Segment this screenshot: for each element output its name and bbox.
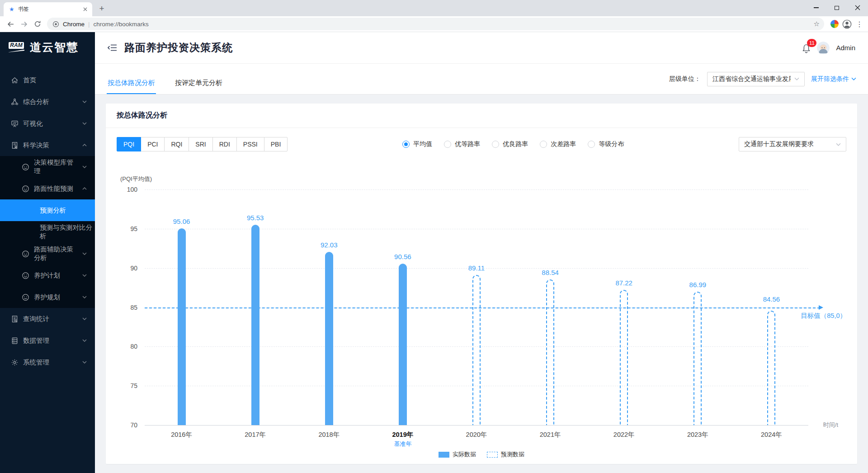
brand: RAM 道云智慧 <box>0 32 95 62</box>
metric-button-pci[interactable]: PCI <box>141 137 165 151</box>
sidebar-item-home[interactable]: 首页 <box>0 69 95 91</box>
presentation-icon <box>11 120 19 128</box>
y-tick-label: 95 <box>130 225 137 232</box>
stat-radio-2[interactable]: 优良路率 <box>492 140 528 148</box>
database-icon <box>11 337 19 345</box>
menu-fold-icon[interactable] <box>108 43 117 52</box>
stat-radio-4[interactable]: 等级分布 <box>588 140 624 148</box>
sidebar-item-scientific-decision[interactable]: 科学决策 <box>0 134 95 156</box>
stat-radio-3[interactable]: 次差路率 <box>540 140 576 148</box>
bookmark-this-star-icon[interactable]: ☆ <box>814 20 820 28</box>
sidebar-item-label: 查询统计 <box>23 315 49 323</box>
bar-2024年[interactable] <box>767 311 775 425</box>
radio-circle-icon <box>540 141 547 148</box>
sidebar-item-query-statistics[interactable]: 查询统计 <box>0 308 95 330</box>
address-bar[interactable]: Chrome | chrome://bookmarks ☆ <box>47 18 824 30</box>
sidebar-item-maintenance-plan[interactable]: 养护计划 <box>0 265 95 286</box>
app-frame: RAM 道云智慧 首页综合分析可视化科学决策决策模型库管理路面性能预测预测分析预… <box>0 32 868 473</box>
new-tab-button[interactable]: + <box>95 2 108 15</box>
x-axis-unit-label: 时间/t <box>823 421 838 429</box>
bar-2020年[interactable] <box>472 275 481 425</box>
brand-logo: RAM <box>7 42 25 52</box>
bar-2018年[interactable] <box>325 252 333 425</box>
sidebar-item-label: 路面辅助决策分析 <box>34 245 78 262</box>
audit-icon <box>11 142 19 149</box>
chevron-down-icon <box>82 361 87 364</box>
bar-2017年[interactable] <box>251 225 259 425</box>
back-icon[interactable] <box>4 18 17 30</box>
browser-profile-icon[interactable] <box>842 19 852 29</box>
metric-button-pssi[interactable]: PSSI <box>236 137 264 151</box>
sidebar-item-prediction-analysis[interactable]: 预测分析 <box>0 199 95 221</box>
brand-badge-text: RAM <box>9 42 24 49</box>
bar-2021年[interactable] <box>546 279 554 425</box>
expand-filters-link[interactable]: 展开筛选条件 <box>811 75 856 83</box>
chevron-down-icon <box>794 77 799 80</box>
avatar[interactable] <box>817 42 830 54</box>
x-axis-label: 2020年 <box>466 430 487 439</box>
standard-select[interactable]: 交通部十五发展纲要要求 <box>739 137 846 151</box>
metric-button-sri[interactable]: SRI <box>189 137 212 151</box>
window-minimize-button[interactable] <box>806 0 826 15</box>
metric-button-pbi[interactable]: PBI <box>264 137 288 151</box>
extension-pinwheel-icon[interactable] <box>830 20 839 28</box>
bar-value-label: 95.53 <box>247 214 264 222</box>
unit-select[interactable]: 江西省综合交通运输事业发展中心 <box>707 72 805 86</box>
target-line <box>145 307 820 308</box>
sidebar-item-visualization[interactable]: 可视化 <box>0 113 95 134</box>
expand-filters-label: 展开筛选条件 <box>811 75 849 83</box>
sidebar-item-comprehensive-analysis[interactable]: 综合分析 <box>0 91 95 113</box>
analysis-tabs-row: 按总体路况分析 按评定单元分析 层级单位： 江西省综合交通运输事业发展中心 展开… <box>95 64 868 95</box>
y-tick-label: 90 <box>130 265 137 272</box>
sidebar-item-system-management[interactable]: 系统管理 <box>0 351 95 373</box>
sidebar-item-decision-model-library[interactable]: 决策模型库管理 <box>0 156 95 178</box>
share-icon <box>11 98 19 106</box>
sidebar-item-data-management[interactable]: 数据管理 <box>0 330 95 351</box>
unit-label: 层级单位： <box>669 75 701 83</box>
baseline-year-label[interactable]: 基准年 <box>394 440 411 448</box>
chevron-down-icon <box>82 122 87 125</box>
reload-icon[interactable] <box>31 18 44 30</box>
radio-circle-icon <box>444 141 451 148</box>
sidebar-item-label: 预测分析 <box>40 206 66 215</box>
bar-2016年[interactable] <box>178 228 186 425</box>
y-axis-title: (PQI平均值) <box>120 175 152 183</box>
radio-circle-icon <box>402 141 410 148</box>
bar-value-label: 86.99 <box>689 281 707 289</box>
sidebar-item-prediction-vs-measured-comparison[interactable]: 预测与实测对比分析 <box>0 221 95 243</box>
content: 按总体路况分析 PQIPCIRQISRIRDIPSSIPBI 平均值优等路率优良… <box>95 95 868 473</box>
bar-2019年[interactable] <box>399 264 407 425</box>
bar-2023年[interactable] <box>693 292 702 425</box>
sidebar-item-label: 综合分析 <box>23 98 49 106</box>
unit-select-value: 江西省综合交通运输事业发展中心 <box>712 75 791 83</box>
sidebar-item-pavement-performance-prediction[interactable]: 路面性能预测 <box>0 178 95 199</box>
notification-bell[interactable]: 11 <box>802 42 811 53</box>
x-axis-label: 2016年 <box>171 430 192 439</box>
tab-overall-condition[interactable]: 按总体路况分析 <box>107 79 156 94</box>
metric-button-group: PQIPCIRQISRIRDIPSSIPBI <box>117 137 288 151</box>
metric-button-rqi[interactable]: RQI <box>164 137 189 151</box>
sidebar-item-maintenance-programming[interactable]: 养护规划 <box>0 286 95 308</box>
sidebar-item-label: 可视化 <box>23 119 43 128</box>
url-path: chrome://bookmarks <box>94 21 814 28</box>
stat-radio-1[interactable]: 优等路率 <box>444 140 480 148</box>
browser-menu-icon[interactable]: ⋮ <box>854 20 864 28</box>
browser-tab[interactable]: ★ 书签 <box>4 2 92 16</box>
window-maximize-button[interactable] <box>826 0 847 15</box>
legend-item-dashed[interactable]: 预测数据 <box>487 450 524 459</box>
user-name[interactable]: Admin <box>836 44 855 52</box>
legend-item-solid[interactable]: 实际数据 <box>439 450 476 459</box>
metric-button-rdi[interactable]: RDI <box>212 137 237 151</box>
bar-2022年[interactable] <box>620 290 628 425</box>
tab-close-icon[interactable] <box>81 6 89 13</box>
stat-radio-label: 平均值 <box>413 140 432 148</box>
sidebar-item-pavement-auxiliary-decision-analysis[interactable]: 路面辅助决策分析 <box>0 243 95 265</box>
window-close-button[interactable] <box>847 0 868 15</box>
brand-swoosh <box>8 50 24 52</box>
stat-radio-0[interactable]: 平均值 <box>402 140 432 148</box>
tab-evaluation-unit[interactable]: 按评定单元分析 <box>174 79 223 94</box>
url-separator: | <box>88 21 90 28</box>
forward-icon[interactable] <box>17 18 31 30</box>
metric-button-pqi[interactable]: PQI <box>117 137 141 151</box>
analysis-tabs: 按总体路况分析 按评定单元分析 <box>107 64 223 94</box>
